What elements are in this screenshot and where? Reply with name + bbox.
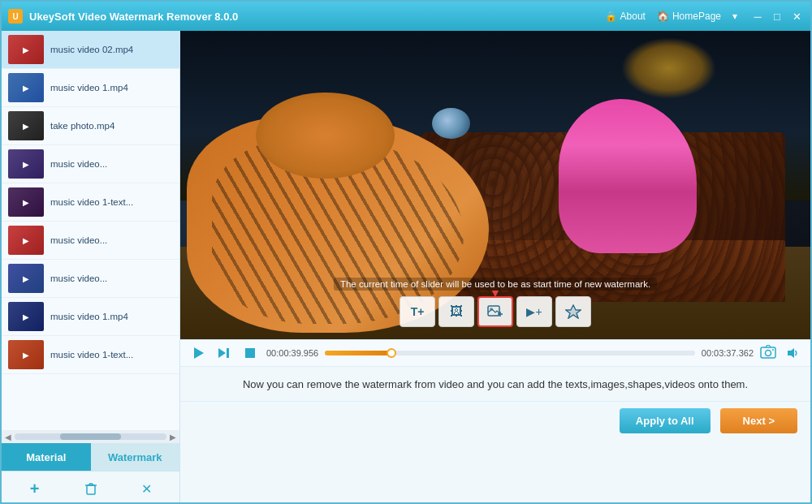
- current-time: 00:00:39.956: [266, 348, 318, 358]
- minimize-button[interactable]: ─: [750, 9, 765, 24]
- file-thumbnail: ▶: [8, 302, 44, 331]
- maximize-button[interactable]: □: [770, 9, 784, 24]
- file-name: music video 1-text...: [50, 349, 133, 361]
- scroll-track[interactable]: [15, 433, 166, 440]
- add-image-watermark-button[interactable]: 🖼: [438, 296, 474, 327]
- file-thumbnail: ▶: [8, 187, 44, 217]
- info-bar: Now you can remove the watermark from vi…: [180, 366, 810, 401]
- app-logo: U: [8, 9, 23, 24]
- list-item[interactable]: ▶ music video 1.mp4: [2, 298, 179, 336]
- about-button[interactable]: 🔒 About: [605, 11, 646, 22]
- list-item[interactable]: ▶ take photo.mp4: [2, 107, 179, 145]
- list-item[interactable]: ▶ music video...: [2, 145, 179, 183]
- file-thumbnail: ▶: [8, 73, 44, 102]
- clear-files-button[interactable]: ✕: [135, 476, 159, 501]
- app-title: UkeySoft Video Watermark Remover 8.0.0: [29, 11, 598, 23]
- main-container: ▶ music video 02.mp4 ▶ music video 1.mp4: [2, 31, 810, 504]
- sidebar: ▶ music video 02.mp4 ▶ music video 1.mp4: [2, 31, 180, 504]
- tab-watermark[interactable]: Watermark: [91, 443, 180, 471]
- next-button[interactable]: Next >: [720, 408, 797, 433]
- delete-file-button[interactable]: [79, 476, 103, 501]
- stop-button[interactable]: [240, 343, 260, 363]
- titlebar-actions: 🔒 About 🏠 HomePage ▾: [605, 11, 737, 22]
- scroll-thumb[interactable]: [60, 433, 121, 440]
- slider-hint: The current time of slider will be used …: [180, 276, 810, 291]
- play-button[interactable]: [188, 343, 208, 363]
- screenshot-button[interactable]: [760, 344, 776, 362]
- svg-marker-18: [788, 348, 794, 358]
- tab-material[interactable]: Material: [2, 443, 91, 471]
- list-item[interactable]: ▶ music video...: [2, 222, 179, 260]
- file-thumbnail: ▶: [8, 226, 44, 255]
- info-message: Now you can remove the watermark from vi…: [243, 378, 748, 390]
- list-item[interactable]: ▶ music video 1-text...: [2, 336, 179, 374]
- file-name: music video 1-text...: [50, 196, 133, 209]
- file-list-container: ▶ music video 02.mp4 ▶ music video 1.mp4: [2, 31, 179, 430]
- stop-icon: [244, 347, 256, 359]
- svg-point-16: [766, 351, 771, 356]
- file-thumbnail: ▶: [8, 340, 44, 369]
- dropdown-button[interactable]: ▾: [732, 11, 737, 22]
- text-plus-icon: T+: [411, 305, 425, 318]
- add-file-button[interactable]: +: [23, 476, 47, 501]
- list-item[interactable]: ▶ music video 1.mp4: [2, 69, 179, 107]
- play-icon: [191, 346, 205, 360]
- action-bar: Apply to All Next >: [180, 401, 810, 440]
- scroll-left-arrow[interactable]: ◀: [3, 433, 13, 442]
- window-controls: ─ □ ✕: [750, 9, 804, 24]
- step-forward-button[interactable]: [214, 343, 234, 363]
- watermark-toolbar: T+ 🖼 ▼: [400, 296, 591, 327]
- list-item[interactable]: ▶ music video...: [2, 260, 179, 298]
- mosaic-icon: [565, 304, 581, 319]
- playback-controls: 00:00:39.956 00:03:37.362: [180, 339, 810, 366]
- file-name: music video 1.mp4: [50, 82, 128, 94]
- file-name: music video...: [50, 158, 107, 170]
- progress-fill: [325, 351, 391, 355]
- add-mosaic-button[interactable]: [555, 296, 591, 327]
- file-name: music video 02.mp4: [50, 44, 133, 56]
- end-time: 00:03:37.362: [702, 348, 754, 358]
- svg-marker-11: [194, 347, 204, 359]
- add-text-watermark-button[interactable]: T+: [400, 296, 435, 327]
- file-name: music video...: [50, 273, 107, 285]
- scroll-right-arrow[interactable]: ▶: [168, 433, 178, 442]
- svg-point-17: [772, 349, 774, 351]
- list-item[interactable]: ▶ music video 02.mp4: [2, 31, 179, 69]
- sidebar-scrollbar[interactable]: ◀ ▶: [2, 430, 179, 443]
- sidebar-toolbar: + ✕: [2, 471, 179, 504]
- svg-rect-14: [245, 348, 255, 358]
- home-icon: 🏠: [657, 11, 669, 22]
- volume-icon: [786, 347, 799, 360]
- svg-rect-0: [87, 485, 95, 494]
- video-scene: T+ 🖼 ▼: [180, 31, 810, 339]
- add-shape-watermark-button[interactable]: ▼: [477, 296, 513, 327]
- lock-icon: 🔒: [605, 11, 617, 22]
- video-container: T+ 🖼 ▼: [180, 31, 810, 339]
- video-add-icon: ▶+: [526, 305, 542, 318]
- photo-add-icon: [487, 304, 503, 319]
- file-name: take photo.mp4: [50, 120, 114, 132]
- camera-icon: [760, 344, 776, 359]
- file-thumbnail: ▶: [8, 35, 44, 64]
- titlebar: U UkeySoft Video Watermark Remover 8.0.0…: [2, 2, 810, 31]
- close-button[interactable]: ✕: [789, 9, 804, 24]
- video-frame: T+ 🖼 ▼: [180, 31, 810, 339]
- close-icon: ✕: [141, 481, 152, 497]
- add-video-watermark-button[interactable]: ▶+: [516, 296, 552, 327]
- progress-bar[interactable]: [325, 351, 695, 355]
- homepage-button[interactable]: 🏠 HomePage: [657, 11, 721, 22]
- tab-bar: Material Watermark: [2, 443, 179, 471]
- file-thumbnail: ▶: [8, 149, 44, 179]
- volume-button[interactable]: [783, 343, 802, 363]
- content-area: T+ 🖼 ▼: [180, 31, 810, 504]
- trash-icon: [84, 481, 98, 496]
- svg-rect-13: [227, 348, 229, 358]
- list-item[interactable]: ▶ music video 1-text...: [2, 183, 179, 222]
- apply-to-all-button[interactable]: Apply to All: [620, 408, 710, 433]
- file-name: music video...: [50, 235, 107, 247]
- file-list-scroll[interactable]: ▶ music video 02.mp4 ▶ music video 1.mp4: [2, 31, 179, 430]
- progress-thumb[interactable]: [387, 348, 396, 358]
- file-thumbnail: ▶: [8, 264, 44, 293]
- file-thumbnail: ▶: [8, 111, 44, 140]
- step-forward-icon: [217, 346, 231, 360]
